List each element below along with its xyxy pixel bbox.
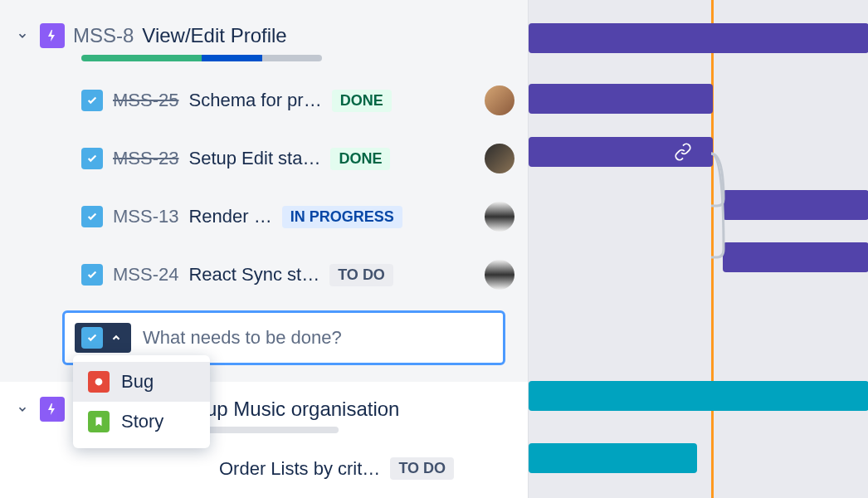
epic-row[interactable]: MSS-8 View/Edit Profile — [0, 0, 528, 48]
story-icon — [88, 411, 110, 432]
dependency-line — [707, 149, 732, 266]
chevron-down-icon[interactable] — [13, 400, 32, 418]
create-issue-input[interactable] — [143, 327, 493, 349]
task-type-icon — [81, 148, 103, 169]
timeline-bar-epic[interactable] — [529, 23, 868, 53]
issue-type-selector[interactable] — [75, 323, 131, 353]
epic-key[interactable]: MSS-8 — [73, 24, 134, 47]
dropdown-item-story[interactable]: Story — [73, 402, 210, 442]
dropdown-item-label: Bug — [121, 371, 154, 393]
timeline-bar[interactable] — [529, 137, 713, 167]
timeline-bar[interactable] — [529, 443, 697, 473]
status-badge[interactable]: TO DO — [390, 457, 454, 480]
task-key[interactable]: MSS-25 — [113, 90, 178, 111]
status-badge[interactable]: DONE — [332, 90, 392, 112]
task-title[interactable]: Setup Edit sta… — [188, 148, 320, 169]
timeline-bar[interactable] — [723, 190, 868, 220]
timeline-bar[interactable] — [723, 242, 868, 272]
chevron-down-icon[interactable] — [13, 27, 32, 45]
epic-title[interactable]: View/Edit Profile — [142, 24, 286, 47]
dropdown-item-label: Story — [121, 411, 163, 432]
task-row[interactable]: Order Lists by crit… TO DO — [0, 443, 528, 494]
task-key[interactable]: MSS-24 — [113, 264, 178, 286]
timeline-bar[interactable] — [529, 84, 713, 114]
task-type-icon — [81, 327, 103, 349]
dropdown-item-bug[interactable]: Bug — [73, 362, 210, 402]
task-row[interactable]: MSS-24 React Sync st… TO DO — [0, 246, 528, 304]
task-key[interactable]: MSS-23 — [113, 148, 178, 169]
epic-icon — [40, 397, 65, 422]
bug-icon — [88, 371, 110, 393]
status-badge[interactable]: DONE — [330, 148, 390, 170]
epic-progress-bar — [81, 55, 322, 61]
issue-type-dropdown: Bug Story — [73, 355, 210, 448]
task-title[interactable]: Render … — [188, 206, 271, 227]
assignee-avatar[interactable] — [485, 85, 514, 115]
status-badge[interactable]: TO DO — [329, 264, 393, 286]
epic-title[interactable]: up Music organisation — [206, 398, 399, 421]
task-type-icon — [81, 264, 103, 286]
task-type-icon — [81, 90, 103, 111]
chevron-up-icon — [108, 330, 124, 346]
epic-icon — [40, 23, 65, 48]
task-key[interactable]: MSS-13 — [113, 206, 178, 227]
task-row[interactable]: MSS-23 Setup Edit sta… DONE — [0, 129, 528, 188]
task-type-icon — [81, 206, 103, 227]
timeline-bar-epic[interactable] — [529, 381, 868, 411]
task-row[interactable]: MSS-13 Render … IN PROGRESS — [0, 188, 528, 246]
assignee-avatar[interactable] — [485, 260, 514, 290]
link-icon[interactable] — [674, 143, 692, 161]
svg-point-0 — [95, 378, 103, 386]
assignee-avatar[interactable] — [485, 144, 514, 173]
assignee-avatar[interactable] — [485, 202, 514, 232]
task-title[interactable]: Order Lists by crit… — [219, 458, 380, 480]
status-badge[interactable]: IN PROGRESS — [282, 206, 402, 228]
issue-list-panel: MSS-8 View/Edit Profile MSS-25 Schema fo… — [0, 0, 528, 498]
timeline-panel[interactable] — [528, 0, 868, 498]
task-title[interactable]: React Sync st… — [188, 264, 319, 286]
task-row[interactable]: MSS-25 Schema for pr… DONE — [0, 71, 528, 129]
task-title[interactable]: Schema for pr… — [188, 90, 321, 111]
